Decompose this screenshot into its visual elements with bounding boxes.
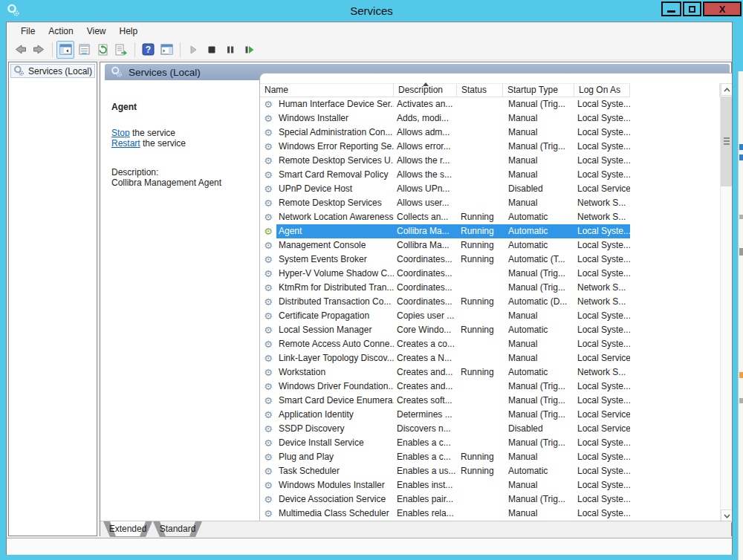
service-startup-type: Disabled	[503, 422, 574, 436]
service-row[interactable]: ⚙ Device Association Service Enables pai…	[260, 492, 720, 507]
service-gear-icon: ⚙	[260, 182, 276, 196]
tab-extended[interactable]: Extended	[103, 521, 152, 537]
scroll-up-button[interactable]	[721, 83, 732, 96]
back-button[interactable]	[11, 41, 29, 59]
help-button[interactable]: ?	[139, 41, 157, 59]
title-bar[interactable]: Services X	[0, 0, 743, 22]
service-row[interactable]: ⚙ Agent Collibra Ma... Running Automatic…	[260, 224, 720, 238]
service-row-cells: Human Interface Device Ser... Activates …	[276, 97, 630, 111]
restart-service-link[interactable]: Restart	[111, 138, 140, 149]
service-row[interactable]: ⚙ Hyper-V Volume Shadow C... Coordinates…	[260, 267, 720, 281]
service-description: Discovers n...	[394, 422, 457, 436]
forward-button[interactable]	[30, 41, 48, 59]
service-row-cells: Distributed Transaction Co... Coordinate…	[276, 295, 630, 309]
service-row[interactable]: ⚙ Smart Card Removal Policy Allows the s…	[260, 168, 720, 182]
service-row[interactable]: ⚙ Task Scheduler Enables a us... Running…	[260, 464, 720, 478]
start-service-button[interactable]	[184, 41, 202, 59]
column-header-startup-type[interactable]: Startup Type	[503, 83, 574, 97]
service-row[interactable]: ⚙ Windows Modules Installer Enables inst…	[260, 478, 720, 492]
tab-standard[interactable]: Standard	[153, 521, 202, 537]
service-row[interactable]: ⚙ Windows Installer Adds, modi... Manual…	[260, 111, 720, 126]
service-row-cells: Task Scheduler Enables a us... Running A…	[276, 464, 630, 478]
service-startup-type: Automatic	[503, 224, 574, 238]
service-row-cells: Local Session Manager Core Windo... Runn…	[276, 323, 630, 337]
service-name: Smart Card Removal Policy	[276, 168, 394, 182]
service-log-on-as: Local Syste...	[574, 337, 630, 351]
vertical-scrollbar[interactable]	[720, 83, 732, 522]
tree-item-services-local[interactable]: Services (Local)	[10, 64, 95, 78]
service-row[interactable]: ⚙ Certificate Propagation Copies user ..…	[260, 309, 720, 323]
show-console-tree-button[interactable]	[56, 41, 74, 59]
service-row[interactable]: ⚙ UPnP Device Host Allows UPn... Disable…	[260, 182, 720, 196]
menu-file[interactable]: File	[14, 23, 42, 39]
service-row[interactable]: ⚙ Local Session Manager Core Windo... Ru…	[260, 323, 720, 337]
service-description: Creates soft...	[394, 394, 457, 408]
service-row[interactable]: ⚙ Distributed Transaction Co... Coordina…	[260, 295, 720, 309]
service-gear-icon: ⚙	[260, 309, 276, 323]
service-log-on-as: Local Service	[574, 182, 630, 196]
menu-action[interactable]: Action	[42, 23, 80, 39]
service-row-cells: Remote Desktop Services U... Allows the …	[276, 154, 630, 168]
service-gear-icon: ⚙	[260, 464, 276, 478]
chevron-up-icon	[724, 88, 730, 92]
service-gear-icon: ⚙	[260, 478, 276, 492]
service-startup-type: Manual	[503, 154, 574, 168]
minimize-button[interactable]	[661, 1, 681, 16]
service-row-cells: Windows Installer Adds, modi... Manual L…	[276, 111, 630, 126]
service-log-on-as: Network S...	[574, 196, 630, 210]
service-row[interactable]: ⚙ System Events Broker Coordinates... Ru…	[260, 253, 720, 267]
services-window: Services X File Action View Help	[0, 0, 743, 560]
service-name: Remote Desktop Services U...	[276, 154, 394, 168]
service-log-on-as: Local Service	[574, 408, 630, 422]
service-row[interactable]: ⚙ SSDP Discovery Discovers n... Disabled…	[260, 422, 720, 436]
service-row[interactable]: ⚙ Remote Access Auto Conne... Creates a …	[260, 337, 720, 351]
console-tree-icon	[59, 44, 72, 55]
window-frame: File Action View Help	[6, 22, 733, 555]
restart-service-button[interactable]	[240, 41, 258, 59]
service-row[interactable]: ⚙ Network Location Awareness Collects an…	[260, 210, 720, 224]
column-header-log-on-as[interactable]: Log On As	[574, 83, 630, 97]
column-header-status[interactable]: Status	[457, 83, 503, 97]
service-gear-icon: ⚙	[260, 168, 276, 182]
service-log-on-as: Local Syste...	[574, 309, 630, 323]
service-description: Enables a c...	[394, 450, 457, 464]
service-row[interactable]: ⚙ KtmRm for Distributed Tran... Coordina…	[260, 281, 720, 295]
service-startup-type: Manual	[503, 168, 574, 182]
tree-item-label: Services (Local)	[28, 66, 92, 76]
service-row[interactable]: ⚙ Windows Error Reporting Se... Allows e…	[260, 140, 720, 154]
column-header-name[interactable]: Name	[260, 83, 394, 97]
close-button[interactable]: X	[703, 1, 742, 16]
service-row[interactable]: ⚙ Device Install Service Enables a c... …	[260, 436, 720, 450]
service-row[interactable]: ⚙ Remote Desktop Services U... Allows th…	[260, 154, 720, 168]
service-row[interactable]: ⚙ Plug and Play Enables a c... Running M…	[260, 450, 720, 464]
service-row[interactable]: ⚙ Smart Card Device Enumera... Creates s…	[260, 394, 720, 408]
service-gear-icon: ⚙	[260, 253, 276, 267]
service-row[interactable]: ⚙ Management Console Collibra Ma... Runn…	[260, 238, 720, 253]
properties-button[interactable]	[75, 41, 93, 59]
service-row[interactable]: ⚙ Application Identity Determines ... Ma…	[260, 408, 720, 422]
service-name: Certificate Propagation	[276, 309, 394, 323]
menu-help[interactable]: Help	[113, 23, 145, 39]
service-name: Windows Installer	[276, 111, 394, 126]
service-row[interactable]: ⚙ Multimedia Class Scheduler Enables rel…	[260, 507, 720, 521]
service-log-on-as: Local Syste...	[574, 111, 630, 126]
maximize-button[interactable]	[683, 1, 701, 16]
service-row[interactable]: ⚙ Windows Driver Foundation... Creates a…	[260, 380, 720, 394]
show-action-pane-button[interactable]	[158, 41, 175, 59]
service-row[interactable]: ⚙ Link-Layer Topology Discov... Creates …	[260, 351, 720, 365]
scrollbar-thumb[interactable]	[721, 97, 732, 186]
menu-view[interactable]: View	[80, 23, 113, 39]
restart-icon	[244, 45, 255, 55]
selected-service-name: Agent	[111, 102, 137, 112]
service-row[interactable]: ⚙ Special Administration Con... Allows a…	[260, 126, 720, 140]
service-row[interactable]: ⚙ Workstation Creates and... Running Aut…	[260, 365, 720, 380]
stop-service-link[interactable]: Stop	[111, 128, 130, 138]
service-startup-type: Manual	[503, 337, 574, 351]
export-list-button[interactable]	[112, 41, 130, 59]
stop-service-button[interactable]	[203, 41, 221, 59]
service-row[interactable]: ⚙ Remote Desktop Services Allows user...…	[260, 196, 720, 210]
pause-service-button[interactable]	[221, 41, 239, 59]
refresh-button[interactable]	[94, 41, 111, 59]
play-icon	[188, 45, 198, 55]
service-row[interactable]: ⚙ Human Interface Device Ser... Activate…	[260, 97, 720, 111]
